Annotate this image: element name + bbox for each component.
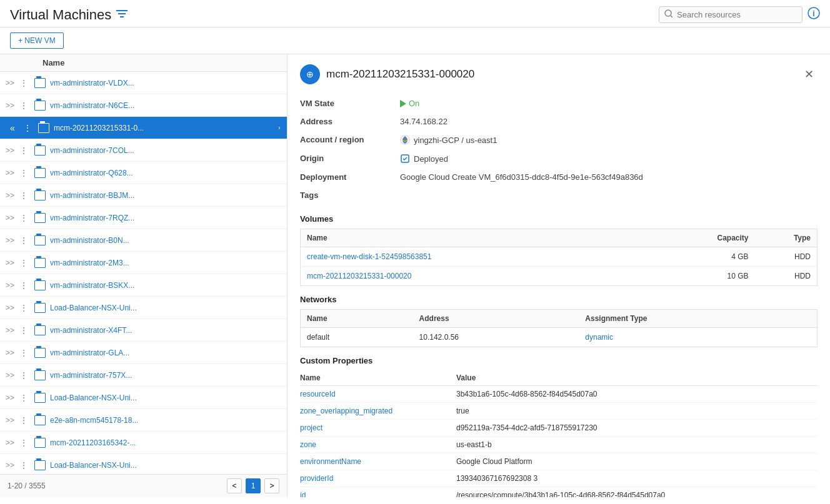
more-options-button[interactable]: ⋮: [18, 189, 30, 202]
list-item[interactable]: « ⋮ mcm-20211203215331-0... ›: [0, 117, 287, 139]
volume-name[interactable]: mcm-20211203215331-000020: [301, 267, 680, 286]
more-options-button[interactable]: ⋮: [18, 459, 30, 472]
expand-button[interactable]: >>: [2, 166, 18, 180]
expand-button[interactable]: >>: [2, 255, 18, 270]
list-item[interactable]: >> ⋮ vm-administrator-B0N...: [0, 229, 287, 252]
expand-button[interactable]: >>: [2, 345, 18, 360]
row-name: vm-administrator-X4FT...: [50, 326, 284, 335]
row-name: vm-administrator-VLDX...: [50, 79, 284, 87]
prop-name[interactable]: project: [300, 420, 456, 437]
more-options-button[interactable]: ⋮: [18, 167, 30, 179]
expand-button[interactable]: >>: [2, 278, 18, 293]
more-options-button[interactable]: ⋮: [18, 99, 30, 112]
list-item[interactable]: >> ⋮ vm-administrator-7RQZ...: [0, 207, 287, 229]
close-detail-button[interactable]: ✕: [800, 66, 818, 83]
list-item[interactable]: >> ⋮ vm-administrator-BSKX...: [0, 274, 287, 297]
expand-button[interactable]: >>: [2, 143, 18, 158]
expand-button[interactable]: >>: [2, 413, 18, 428]
list-item[interactable]: >> ⋮ mcm-20211203165342-...: [0, 432, 287, 454]
list-item[interactable]: >> ⋮ vm-administrator-N6CE...: [0, 94, 287, 117]
vm-icon: [34, 459, 46, 472]
row-name: vm-administrator-2M3...: [50, 259, 284, 267]
prop-name[interactable]: environmentName: [300, 453, 456, 470]
more-options-button[interactable]: ⋮: [18, 302, 30, 314]
list-item[interactable]: >> ⋮ vm-administrator-757X...: [0, 364, 287, 387]
table-row: environmentName Google Cloud Platform: [300, 453, 818, 470]
list-item[interactable]: >> ⋮ vm-administrator-BBJM...: [0, 184, 287, 207]
svg-text:i: i: [812, 9, 814, 18]
expand-button[interactable]: >>: [2, 76, 18, 91]
more-options-button[interactable]: ⋮: [18, 279, 30, 292]
prop-name[interactable]: zone_overlapping_migrated: [300, 403, 456, 420]
expand-button[interactable]: >>: [2, 98, 18, 113]
network-assignment-type[interactable]: dynamic: [579, 328, 817, 347]
expand-button[interactable]: >>: [2, 188, 18, 203]
row-name: vm-administrator-B0N...: [50, 236, 284, 245]
search-icon: [664, 9, 673, 20]
search-input[interactable]: [677, 10, 797, 19]
more-options-button[interactable]: ⋮: [18, 437, 30, 449]
more-options-button[interactable]: ⋮: [21, 122, 34, 134]
detail-vm-name: mcm-20211203215331-000020: [326, 68, 474, 81]
more-options-button[interactable]: ⋮: [18, 212, 30, 224]
header-right: i: [659, 6, 820, 23]
list-item[interactable]: >> ⋮ vm-administrator-7COL...: [0, 139, 287, 162]
page-1-button[interactable]: 1: [246, 478, 261, 493]
svg-point-3: [665, 10, 671, 16]
list-item[interactable]: >> ⋮ Load-Balancer-NSX-Uni...: [0, 297, 287, 319]
prop-name[interactable]: resourceId: [300, 386, 456, 403]
volume-capacity: 4 GB: [680, 247, 755, 267]
prop-name[interactable]: zone: [300, 437, 456, 453]
expand-button[interactable]: >>: [2, 435, 18, 450]
more-options-button[interactable]: ⋮: [18, 324, 30, 337]
list-item[interactable]: >> ⋮ vm-administrator-X4FT...: [0, 319, 287, 342]
expand-button[interactable]: >>: [2, 210, 18, 225]
list-item[interactable]: >> ⋮ vm-administrator-GLA...: [0, 342, 287, 364]
next-page-button[interactable]: >: [264, 478, 279, 493]
list-item[interactable]: >> ⋮ Load-Balancer-NSX-Uni...: [0, 454, 287, 474]
expand-button[interactable]: >>: [2, 458, 18, 473]
detail-title: ⊕ mcm-20211203215331-000020: [300, 64, 474, 84]
more-options-button[interactable]: ⋮: [18, 234, 30, 247]
main-content: Name >> ⋮ vm-administrator-VLDX... >> ⋮ …: [0, 54, 830, 497]
expand-button[interactable]: >>: [2, 368, 18, 383]
filter-icon[interactable]: [116, 9, 128, 21]
list-item[interactable]: >> ⋮ vm-administrator-2M3...: [0, 252, 287, 274]
prop-name[interactable]: providerId: [300, 470, 456, 487]
more-options-button[interactable]: ⋮: [18, 414, 30, 427]
expand-button[interactable]: >>: [2, 233, 18, 248]
prev-page-button[interactable]: <: [227, 478, 242, 493]
new-vm-button[interactable]: + NEW VM: [10, 32, 64, 49]
more-options-button[interactable]: ⋮: [18, 347, 30, 359]
expand-button[interactable]: >>: [2, 300, 18, 315]
more-options-button[interactable]: ⋮: [18, 392, 30, 404]
detail-header: ⊕ mcm-20211203215331-000020 ✕: [300, 64, 818, 84]
list-item[interactable]: >> ⋮ e2e-a8n-mcm545178-18...: [0, 409, 287, 432]
more-options-button[interactable]: ⋮: [18, 257, 30, 269]
list-item[interactable]: >> ⋮ vm-administrator-VLDX...: [0, 72, 287, 94]
table-row: resourceId 3b43b1a6-105c-4d68-8562-f84d5…: [300, 386, 818, 403]
more-options-button[interactable]: ⋮: [18, 77, 30, 89]
toolbar: + NEW VM: [0, 27, 830, 54]
vm-icon: [34, 77, 46, 89]
more-options-button[interactable]: ⋮: [18, 369, 30, 382]
vm-icon: [34, 212, 46, 224]
list-item[interactable]: >> ⋮ Load-Balancer-NSX-Uni...: [0, 387, 287, 409]
table-row: id /resources/compute/3b43b1a6-105c-4d68…: [300, 487, 818, 498]
more-options-button[interactable]: ⋮: [18, 144, 30, 157]
info-icon[interactable]: i: [808, 7, 820, 22]
vm-icon: [34, 392, 46, 404]
account-region-value: yingzhi-GCP / us-east1: [400, 131, 818, 149]
expand-button[interactable]: >>: [2, 390, 18, 405]
volume-name[interactable]: create-vm-new-disk-1-524598563851: [301, 247, 680, 267]
collapse-button[interactable]: «: [4, 119, 21, 137]
custom-props-section-title: Custom Properties: [300, 356, 818, 365]
vm-icon: [34, 234, 46, 247]
table-row: mcm-20211203215331-000020 10 GB HDD: [301, 267, 818, 286]
volume-capacity: 10 GB: [680, 267, 755, 286]
prop-name[interactable]: id: [300, 487, 456, 498]
list-item[interactable]: >> ⋮ vm-administrator-Q628...: [0, 162, 287, 184]
expand-button[interactable]: >>: [2, 323, 18, 338]
row-name: vm-administrator-BBJM...: [50, 191, 284, 200]
svg-line-4: [671, 16, 672, 17]
